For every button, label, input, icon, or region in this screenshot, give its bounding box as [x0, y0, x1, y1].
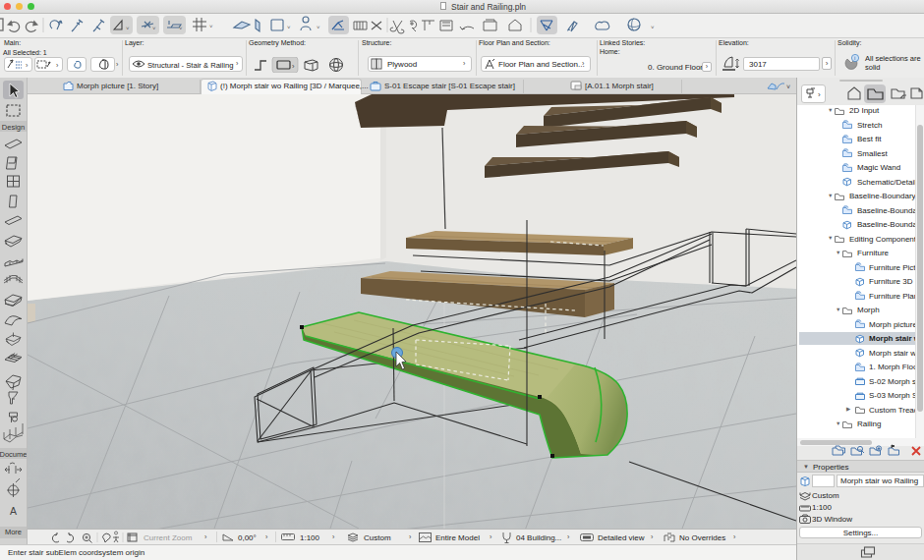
svg-text:i: i [854, 55, 855, 61]
svg-text:›: › [26, 62, 29, 69]
svg-text:˅: ˅ [651, 25, 655, 30]
svg-text:›: › [56, 62, 59, 69]
svg-text:˅: ˅ [179, 26, 183, 31]
svg-text:Design: Design [2, 123, 25, 132]
svg-text:˅: ˅ [126, 26, 130, 31]
svg-text:A: A [10, 505, 17, 517]
svg-text:˅: ˅ [786, 84, 790, 90]
svg-text:˅: ˅ [209, 24, 213, 29]
svg-text:˅: ˅ [152, 26, 156, 31]
svg-text:˅: ˅ [287, 25, 291, 30]
svg-text:›: › [818, 90, 821, 99]
svg-text:˅: ˅ [317, 25, 320, 30]
svg-text:Docume: Docume [0, 450, 27, 459]
